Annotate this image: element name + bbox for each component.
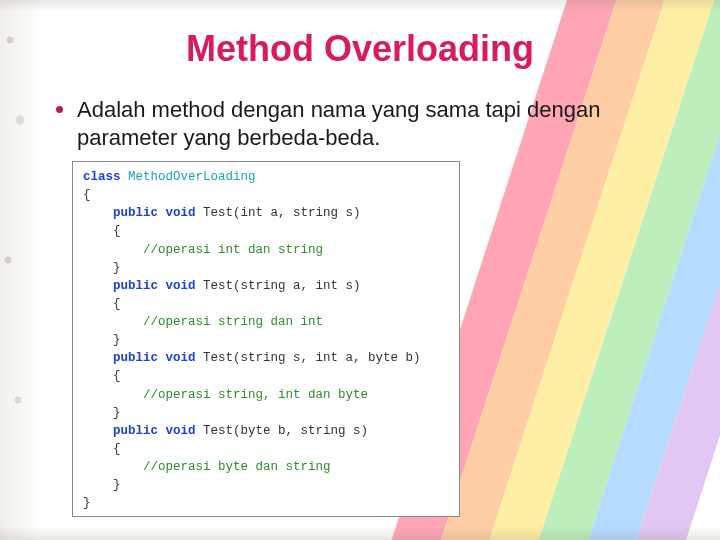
method-sig-pre: public void: [113, 206, 203, 220]
code-snippet: class MethodOverLoading { public void Te…: [72, 161, 460, 517]
brace-close: }: [113, 333, 121, 347]
method-params: (string s, int a, byte b): [233, 351, 421, 365]
method-name: Test: [203, 424, 233, 438]
keyword-class: class: [83, 170, 121, 184]
bullet-item: Adalah method dengan nama yang sama tapi…: [52, 96, 668, 151]
bullet-dot-icon: [56, 106, 63, 113]
brace-open: {: [113, 224, 121, 238]
slide-content: Method Overloading Adalah method dengan …: [0, 0, 720, 517]
method-params: (byte b, string s): [233, 424, 368, 438]
method-sig-pre: public void: [113, 351, 203, 365]
comment: //operasi byte dan string: [143, 460, 331, 474]
bullet-text: Adalah method dengan nama yang sama tapi…: [77, 96, 668, 151]
method-name: Test: [203, 279, 233, 293]
brace-close: }: [113, 261, 121, 275]
brace-close: }: [113, 406, 121, 420]
brace-close: }: [113, 478, 121, 492]
comment: //operasi string, int dan byte: [143, 388, 368, 402]
brace-open: {: [113, 442, 121, 456]
comment: //operasi string dan int: [143, 315, 323, 329]
method-params: (int a, string s): [233, 206, 361, 220]
method-name: Test: [203, 206, 233, 220]
brace-open: {: [113, 369, 121, 383]
brace-open: {: [83, 186, 449, 204]
comment: //operasi int dan string: [143, 243, 323, 257]
brace-close: }: [83, 494, 449, 512]
class-name: MethodOverLoading: [128, 170, 256, 184]
method-params: (string a, int s): [233, 279, 361, 293]
slide-title: Method Overloading: [52, 28, 668, 70]
grunge-bottom: [0, 526, 720, 540]
method-sig-pre: public void: [113, 424, 203, 438]
method-name: Test: [203, 351, 233, 365]
method-sig-pre: public void: [113, 279, 203, 293]
brace-open: {: [113, 297, 121, 311]
